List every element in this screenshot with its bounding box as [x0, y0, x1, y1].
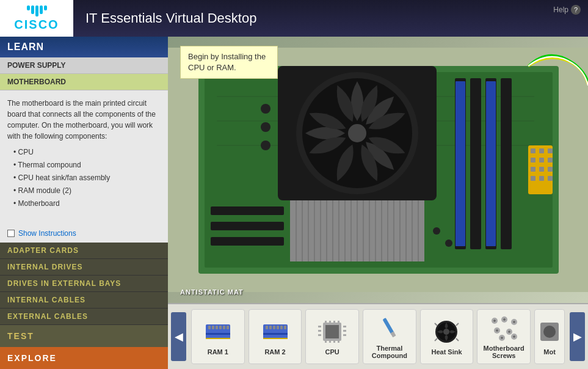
screws-label: Motherboard Screws [477, 345, 530, 359]
svg-point-57 [261, 122, 270, 132]
list-item: CPU [13, 147, 161, 158]
svg-rect-63 [208, 326, 211, 329]
svg-rect-89 [318, 326, 321, 327]
main-layout: LEARN POWER SUPPLY MOTHERBOARD The mothe… [0, 37, 588, 369]
app-title: IT Essentials Virtual Desktop [85, 10, 256, 26]
sidebar-item-internal-drives[interactable]: INTERNAL DRIVES [0, 259, 168, 276]
svg-point-58 [261, 141, 270, 150]
svg-rect-78 [263, 338, 288, 339]
svg-point-59 [433, 227, 440, 235]
ram1-label: RAM 1 [208, 348, 228, 356]
mot-label: Mot [543, 348, 556, 356]
svg-rect-45 [539, 148, 544, 153]
svg-rect-77 [284, 326, 286, 329]
svg-rect-81 [325, 321, 327, 324]
svg-rect-39 [486, 81, 496, 246]
svg-rect-72 [266, 326, 268, 329]
component-tray: ◀ [168, 303, 588, 369]
svg-rect-90 [318, 330, 321, 332]
sidebar-content: The motherboard is the main printed circ… [0, 90, 168, 224]
svg-point-122 [543, 326, 556, 338]
svg-rect-84 [338, 321, 339, 324]
explore-button[interactable]: EXPLORE [0, 347, 168, 369]
tray-left-arrow[interactable]: ◀ [171, 312, 186, 361]
component-ram2[interactable]: RAM 2 [249, 309, 302, 364]
svg-rect-75 [277, 326, 279, 329]
heatsink-icon [430, 318, 463, 346]
svg-rect-67 [223, 326, 225, 329]
svg-rect-40 [211, 206, 284, 215]
list-item: RAM module (2) [13, 185, 161, 196]
svg-rect-82 [329, 321, 331, 324]
svg-rect-54 [539, 176, 544, 181]
show-instructions-toggle[interactable]: Show Instructions [0, 224, 168, 243]
help-icon: ? [571, 5, 581, 15]
cisco-text: CISCO [14, 18, 59, 32]
component-cpu[interactable]: CPU [305, 309, 359, 364]
svg-rect-65 [216, 326, 218, 329]
sidebar-item-internal-cables[interactable]: INTERNAL CABLES [0, 292, 168, 309]
svg-rect-86 [329, 340, 331, 343]
svg-rect-55 [548, 176, 553, 181]
list-item: CPU heat sink/fan assembly [13, 172, 161, 183]
svg-rect-91 [318, 334, 321, 336]
sidebar-item-adapter-cards[interactable]: ADAPTER CARDS [0, 243, 168, 259]
svg-rect-92 [343, 326, 346, 327]
component-mot[interactable]: Mot [534, 309, 565, 364]
tray-right-arrow[interactable]: ▶ [570, 312, 585, 361]
learn-header: LEARN [0, 37, 168, 57]
app-header: CISCO IT Essentials Virtual Desktop Help… [0, 0, 588, 37]
svg-rect-44 [531, 148, 535, 153]
svg-rect-73 [269, 326, 272, 329]
mot-icon [534, 318, 565, 346]
ram2-label: RAM 2 [264, 348, 285, 356]
bottom-nav: ADAPTER CARDS INTERNAL DRIVES DRIVES IN … [0, 243, 168, 369]
svg-rect-66 [219, 326, 222, 329]
component-strip: RAM 1 [186, 309, 570, 364]
sidebar-item-drives-external-bays[interactable]: DRIVES IN EXTERNAL BAYS [0, 276, 168, 292]
svg-rect-94 [343, 334, 346, 336]
svg-rect-76 [280, 326, 283, 329]
svg-point-11 [348, 124, 366, 142]
svg-rect-83 [333, 321, 335, 324]
list-item: Motherboard [13, 198, 161, 209]
component-thermal[interactable]: Thermal Compound [363, 309, 416, 364]
svg-rect-37 [501, 78, 512, 249]
cpu-icon [316, 318, 349, 346]
svg-rect-47 [531, 158, 535, 163]
svg-rect-80 [325, 325, 339, 338]
thermal-label: Thermal Compound [363, 345, 416, 359]
motherboard-view: Begin by Installing the CPU or RAM. [168, 37, 588, 303]
help-link[interactable]: Help ? [553, 5, 581, 15]
svg-rect-51 [539, 167, 544, 172]
sidebar-item-external-cables[interactable]: EXTERNAL CABLES [0, 309, 168, 325]
svg-rect-53 [531, 176, 535, 181]
sidebar-item-power-supply[interactable]: POWER SUPPLY [0, 57, 168, 74]
svg-rect-62 [206, 333, 230, 335]
test-button[interactable]: TEST [0, 325, 168, 347]
component-ram1[interactable]: RAM 1 [191, 309, 245, 364]
svg-rect-46 [548, 148, 553, 153]
svg-point-56 [261, 104, 270, 114]
svg-point-60 [445, 239, 452, 247]
ram2-icon [258, 318, 292, 346]
svg-rect-49 [548, 158, 553, 163]
component-screws[interactable]: Motherboard Screws [477, 309, 531, 364]
svg-rect-50 [531, 167, 535, 172]
content-paragraph: The motherboard is the main printed circ… [7, 98, 161, 142]
show-instructions-label: Show Instructions [18, 229, 76, 238]
svg-rect-87 [333, 340, 335, 343]
svg-rect-48 [539, 158, 544, 163]
svg-rect-69 [206, 338, 230, 339]
svg-rect-41 [211, 222, 284, 230]
right-panel: Begin by Installing the CPU or RAM. [168, 37, 588, 369]
heatsink-label: Heat Sink [431, 348, 462, 356]
content-list: CPU Thermal compound CPU heat sink/fan a… [7, 147, 161, 209]
component-heatsink[interactable]: Heat Sink [420, 309, 474, 364]
svg-rect-42 [211, 237, 284, 246]
svg-rect-38 [456, 81, 465, 246]
antistatic-label: ANTISTATIC MAT [180, 288, 244, 296]
sidebar-item-motherboard[interactable]: MOTHERBOARD [0, 74, 168, 90]
svg-rect-64 [212, 326, 214, 329]
cisco-bars-icon [27, 5, 47, 16]
